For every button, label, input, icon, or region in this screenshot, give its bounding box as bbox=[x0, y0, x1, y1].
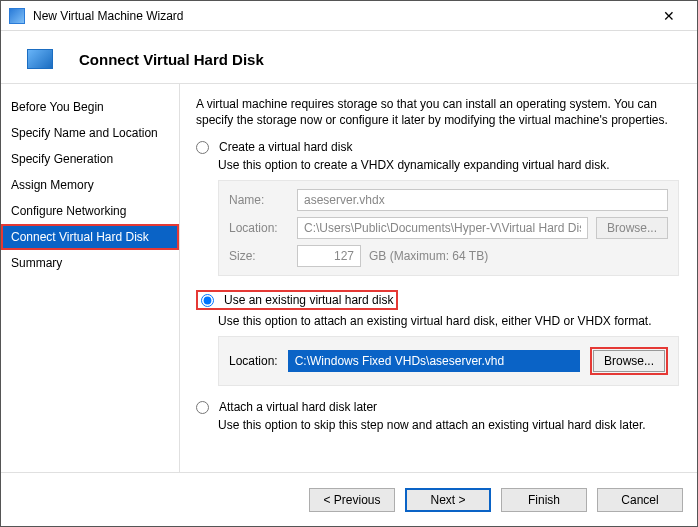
create-name-label: Name: bbox=[229, 193, 289, 207]
titlebar: New Virtual Machine Wizard ✕ bbox=[1, 1, 697, 31]
option-attach-later-desc: Use this option to skip this step now an… bbox=[218, 418, 679, 432]
create-browse-button: Browse... bbox=[596, 217, 668, 239]
page-title: Connect Virtual Hard Disk bbox=[79, 51, 264, 68]
close-icon[interactable]: ✕ bbox=[649, 2, 689, 30]
option-attach-later: Attach a virtual hard disk later Use thi… bbox=[196, 400, 679, 432]
option-use-existing-label: Use an existing virtual hard disk bbox=[224, 293, 393, 307]
highlight-use-existing: Use an existing virtual hard disk bbox=[196, 290, 398, 310]
step-specify-generation[interactable]: Specify Generation bbox=[1, 146, 179, 172]
finish-button[interactable]: Finish bbox=[501, 488, 587, 512]
step-configure-networking[interactable]: Configure Networking bbox=[1, 198, 179, 224]
create-location-input bbox=[297, 217, 588, 239]
intro-text: A virtual machine requires storage so th… bbox=[196, 96, 679, 128]
option-use-existing-vhd: Use an existing virtual hard disk Use th… bbox=[196, 290, 679, 386]
existing-browse-button[interactable]: Browse... bbox=[593, 350, 665, 372]
create-location-label: Location: bbox=[229, 221, 289, 235]
wizard-header: Connect Virtual Hard Disk bbox=[1, 31, 697, 84]
create-vhd-fields: Name: Location: Browse... Size: GB (Maxi… bbox=[218, 180, 679, 276]
radio-create-vhd[interactable] bbox=[196, 141, 209, 154]
option-use-existing-desc: Use this option to attach an existing vi… bbox=[218, 314, 679, 328]
option-attach-later-row[interactable]: Attach a virtual hard disk later bbox=[196, 400, 679, 414]
next-button[interactable]: Next > bbox=[405, 488, 491, 512]
existing-location-input[interactable] bbox=[288, 350, 580, 372]
create-size-input bbox=[297, 245, 361, 267]
option-create-vhd: Create a virtual hard disk Use this opti… bbox=[196, 140, 679, 276]
option-create-vhd-row[interactable]: Create a virtual hard disk bbox=[196, 140, 679, 154]
wizard-steps-sidebar: Before You Begin Specify Name and Locati… bbox=[1, 84, 180, 472]
option-create-vhd-desc: Use this option to create a VHDX dynamic… bbox=[218, 158, 679, 172]
wizard-window: New Virtual Machine Wizard ✕ Connect Vir… bbox=[0, 0, 698, 527]
radio-use-existing-vhd[interactable] bbox=[201, 294, 214, 307]
create-size-unit: GB (Maximum: 64 TB) bbox=[369, 249, 488, 263]
step-connect-virtual-hard-disk[interactable]: Connect Virtual Hard Disk bbox=[1, 224, 179, 250]
step-specify-name-location[interactable]: Specify Name and Location bbox=[1, 120, 179, 146]
app-icon bbox=[9, 8, 25, 24]
wizard-content: A virtual machine requires storage so th… bbox=[180, 84, 697, 472]
cancel-button[interactable]: Cancel bbox=[597, 488, 683, 512]
existing-location-label: Location: bbox=[229, 354, 278, 368]
hard-disk-icon bbox=[27, 49, 53, 69]
previous-button[interactable]: < Previous bbox=[309, 488, 395, 512]
wizard-body: Before You Begin Specify Name and Locati… bbox=[1, 84, 697, 472]
radio-attach-later[interactable] bbox=[196, 401, 209, 414]
use-existing-fields: Location: Browse... bbox=[218, 336, 679, 386]
highlight-browse: Browse... bbox=[590, 347, 668, 375]
option-attach-later-label: Attach a virtual hard disk later bbox=[219, 400, 377, 414]
option-use-existing-row[interactable]: Use an existing virtual hard disk bbox=[201, 293, 393, 307]
create-name-input bbox=[297, 189, 668, 211]
step-summary[interactable]: Summary bbox=[1, 250, 179, 276]
step-before-you-begin[interactable]: Before You Begin bbox=[1, 94, 179, 120]
window-title: New Virtual Machine Wizard bbox=[33, 9, 649, 23]
wizard-footer: < Previous Next > Finish Cancel bbox=[1, 472, 697, 526]
create-size-label: Size: bbox=[229, 249, 289, 263]
step-assign-memory[interactable]: Assign Memory bbox=[1, 172, 179, 198]
option-create-vhd-label: Create a virtual hard disk bbox=[219, 140, 352, 154]
